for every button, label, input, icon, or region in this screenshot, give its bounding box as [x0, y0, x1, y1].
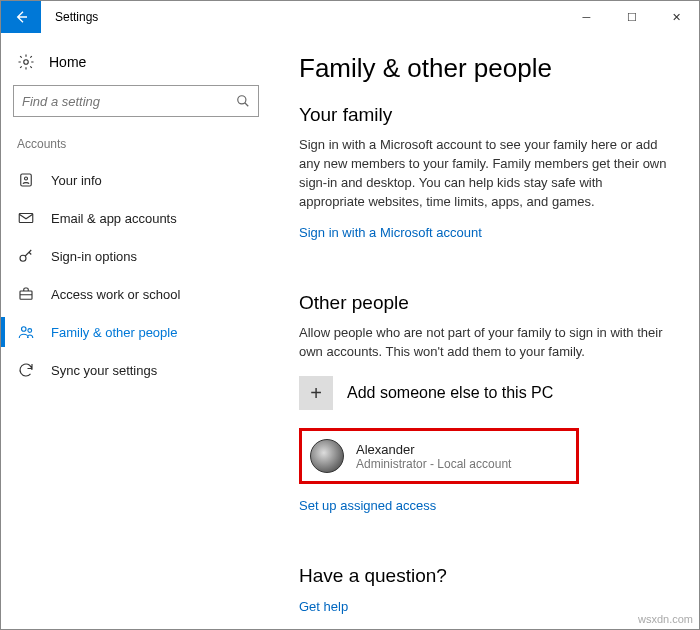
sidebar-item-signin[interactable]: Sign-in options [13, 237, 259, 275]
svg-point-8 [28, 329, 32, 333]
back-button[interactable] [1, 1, 41, 33]
other-desc: Allow people who are not part of your fa… [299, 324, 671, 362]
svg-point-3 [25, 177, 28, 180]
close-button[interactable]: ✕ [654, 1, 699, 33]
window-title: Settings [41, 1, 564, 33]
user-account-row[interactable]: Alexander Administrator - Local account [299, 428, 579, 484]
people-icon [17, 323, 35, 341]
sidebar-item-work[interactable]: Access work or school [13, 275, 259, 313]
minimize-button[interactable]: ─ [564, 1, 609, 33]
family-title: Your family [299, 104, 671, 126]
nav-label: Family & other people [51, 325, 177, 340]
mail-icon [17, 209, 35, 227]
nav-label: Email & app accounts [51, 211, 177, 226]
sidebar-section-label: Accounts [17, 137, 255, 151]
nav-label: Your info [51, 173, 102, 188]
plus-icon: + [299, 376, 333, 410]
other-people-section: Other people Allow people who are not pa… [299, 292, 671, 539]
avatar [310, 439, 344, 473]
get-help-link[interactable]: Get help [299, 599, 348, 614]
window-controls: ─ ☐ ✕ [564, 1, 699, 33]
svg-point-1 [238, 96, 246, 104]
nav-label: Sync your settings [51, 363, 157, 378]
sync-icon [17, 361, 35, 379]
svg-point-0 [24, 60, 29, 65]
question-section: Have a question? Get help [299, 565, 671, 629]
page-title: Family & other people [299, 53, 671, 84]
nav-label: Access work or school [51, 287, 180, 302]
sidebar-item-your-info[interactable]: Your info [13, 161, 259, 199]
home-nav[interactable]: Home [13, 47, 259, 85]
assigned-access-link[interactable]: Set up assigned access [299, 498, 436, 513]
search-input[interactable] [22, 94, 236, 109]
svg-rect-4 [19, 214, 33, 223]
svg-point-5 [20, 255, 26, 261]
arrow-left-icon [13, 9, 29, 25]
nav-label: Sign-in options [51, 249, 137, 264]
sidebar-item-sync[interactable]: Sync your settings [13, 351, 259, 389]
add-label: Add someone else to this PC [347, 384, 553, 402]
search-box[interactable] [13, 85, 259, 117]
sidebar-item-email[interactable]: Email & app accounts [13, 199, 259, 237]
gear-icon [17, 53, 35, 71]
watermark: wsxdn.com [638, 613, 693, 625]
search-icon [236, 94, 250, 108]
signin-ms-link[interactable]: Sign in with a Microsoft account [299, 225, 482, 240]
person-icon [17, 171, 35, 189]
other-title: Other people [299, 292, 671, 314]
svg-point-7 [22, 327, 27, 332]
titlebar: Settings ─ ☐ ✕ [1, 1, 699, 33]
question-title: Have a question? [299, 565, 671, 587]
briefcase-icon [17, 285, 35, 303]
sidebar-item-family[interactable]: Family & other people [13, 313, 259, 351]
main-content: Family & other people Your family Sign i… [271, 33, 699, 629]
key-icon [17, 247, 35, 265]
sidebar: Home Accounts Your info Email & app acco… [1, 33, 271, 629]
user-role: Administrator - Local account [356, 457, 511, 471]
home-label: Home [49, 54, 86, 70]
your-family-section: Your family Sign in with a Microsoft acc… [299, 104, 671, 266]
user-name: Alexander [356, 442, 511, 457]
family-desc: Sign in with a Microsoft account to see … [299, 136, 671, 211]
maximize-button[interactable]: ☐ [609, 1, 654, 33]
add-someone-row[interactable]: + Add someone else to this PC [299, 376, 671, 410]
